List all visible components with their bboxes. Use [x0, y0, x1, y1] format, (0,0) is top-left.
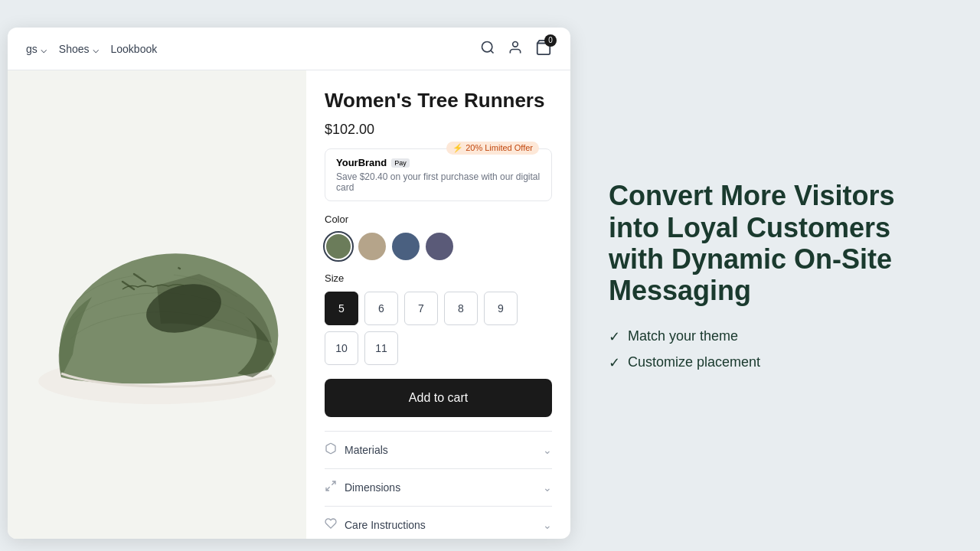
size-btn-9[interactable]: 9: [484, 292, 518, 325]
size-btn-5[interactable]: 5: [325, 292, 358, 325]
nav-icons: 0: [480, 39, 552, 59]
svg-line-1: [491, 50, 494, 53]
accordion-materials-left: Materials: [325, 442, 388, 458]
dimensions-label: Dimensions: [345, 481, 400, 494]
size-btn-10[interactable]: 10: [325, 331, 358, 365]
feature-list: ✓ Match your theme ✓ Customize placement: [609, 328, 934, 371]
size-btn-7[interactable]: 7: [404, 292, 438, 325]
chevron-icon: ⌄: [543, 481, 552, 494]
accordion-care[interactable]: Care Instructions ⌄: [325, 506, 552, 539]
color-label: Color: [325, 214, 552, 225]
shoe-image: [15, 194, 299, 416]
size-options: 5 6 7 8 9 10 11: [325, 292, 552, 365]
chevron-icon: ⌄: [543, 519, 552, 531]
accordion-materials[interactable]: Materials ⌄: [325, 431, 552, 468]
color-options: [325, 233, 552, 260]
feature-label-2: Customize placement: [628, 354, 760, 370]
nav-link-gs[interactable]: gs ⌵: [26, 43, 47, 55]
accordion-care-left: Care Instructions: [325, 517, 426, 533]
nav-lookbook-label: Lookbook: [111, 43, 158, 55]
cart-count: 0: [544, 34, 557, 47]
care-icon: [325, 517, 337, 533]
nav-link-lookbook[interactable]: Lookbook: [111, 43, 158, 55]
dimensions-icon: [325, 480, 337, 495]
accordion-dimensions[interactable]: Dimensions ⌄: [325, 468, 552, 506]
product-price: $102.00: [325, 122, 552, 138]
payment-brand: YourBrand Pay: [336, 157, 541, 168]
size-btn-6[interactable]: 6: [364, 292, 398, 325]
chevron-down-icon: ⌵: [41, 43, 47, 55]
product-details: Women's Tree Runners $102.00 ⚡ 20% Limit…: [306, 70, 570, 539]
marketing-title: Convert More Visitors into Loyal Custome…: [609, 180, 934, 307]
search-button[interactable]: [480, 40, 495, 58]
product-title: Women's Tree Runners: [325, 89, 552, 112]
color-swatch-slate-blue[interactable]: [392, 233, 420, 260]
account-button[interactable]: [508, 40, 523, 58]
product-area: Women's Tree Runners $102.00 ⚡ 20% Limit…: [8, 70, 570, 539]
chevron-down-icon: ⌵: [93, 43, 99, 55]
payment-text: Save $20.40 on your first purchase with …: [336, 171, 541, 193]
color-swatch-tan[interactable]: [358, 233, 386, 260]
feature-label-1: Match your theme: [628, 328, 738, 344]
user-icon: [508, 40, 523, 55]
materials-icon: [325, 442, 337, 458]
nav-links: gs ⌵ Shoes ⌵ Lookbook: [26, 43, 157, 55]
feature-item-2: ✓ Customize placement: [609, 354, 934, 371]
color-swatch-dark-purple[interactable]: [426, 233, 453, 260]
nav-bar: gs ⌵ Shoes ⌵ Lookbook: [8, 28, 570, 70]
product-image-section: [8, 70, 306, 539]
materials-label: Materials: [345, 444, 388, 456]
cart-button[interactable]: 0: [535, 39, 552, 59]
check-icon: ✓: [609, 328, 620, 345]
nav-shoes-label: Shoes: [59, 43, 90, 55]
payment-badge: ⚡ 20% Limited Offer: [446, 142, 539, 155]
right-panel: Convert More Visitors into Loyal Custome…: [563, 149, 980, 402]
payment-banner: ⚡ 20% Limited Offer YourBrand Pay Save $…: [325, 148, 552, 201]
size-btn-8[interactable]: 8: [444, 292, 478, 325]
search-icon: [480, 40, 495, 55]
svg-point-0: [482, 41, 492, 51]
feature-item-1: ✓ Match your theme: [609, 328, 934, 345]
nav-gs-label: gs: [26, 43, 38, 55]
add-to-cart-button[interactable]: Add to cart: [325, 379, 552, 417]
size-btn-11[interactable]: 11: [364, 331, 398, 365]
color-swatch-olive[interactable]: [325, 233, 352, 260]
care-label: Care Instructions: [345, 519, 426, 531]
pay-tag: Pay: [391, 158, 410, 168]
check-icon: ✓: [609, 354, 620, 371]
size-label: Size: [325, 272, 552, 284]
nav-link-shoes[interactable]: Shoes ⌵: [59, 43, 99, 55]
brand-name: YourBrand: [336, 157, 387, 168]
svg-point-2: [513, 41, 518, 47]
chevron-icon: ⌄: [543, 444, 552, 456]
accordion-dimensions-left: Dimensions: [325, 480, 400, 495]
browser-window: gs ⌵ Shoes ⌵ Lookbook: [8, 28, 570, 539]
